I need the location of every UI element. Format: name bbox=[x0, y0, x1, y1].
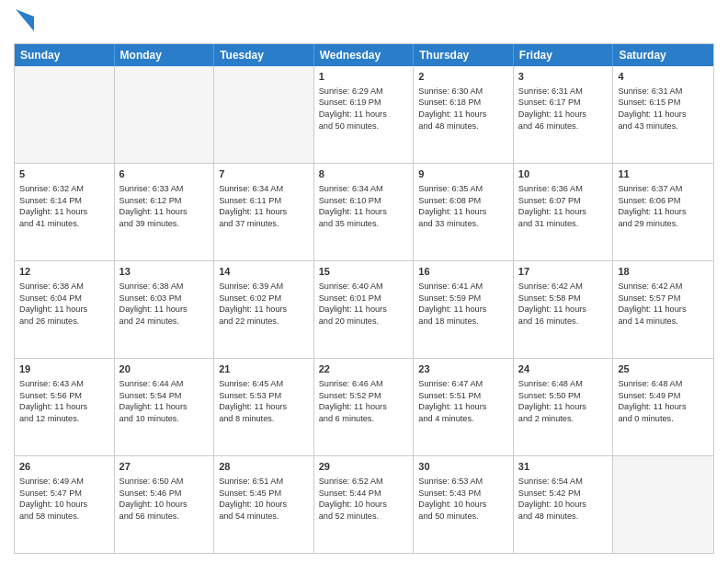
calendar-cell: 2Sunrise: 6:30 AM Sunset: 6:18 PM Daylig… bbox=[414, 66, 514, 163]
calendar-row: 19Sunrise: 6:43 AM Sunset: 5:56 PM Dayli… bbox=[15, 358, 713, 455]
cell-info: Sunrise: 6:34 AM Sunset: 6:10 PM Dayligh… bbox=[319, 184, 387, 228]
cell-info: Sunrise: 6:29 AM Sunset: 6:19 PM Dayligh… bbox=[319, 86, 387, 131]
cell-info: Sunrise: 6:38 AM Sunset: 6:04 PM Dayligh… bbox=[19, 282, 87, 326]
day-number: 15 bbox=[319, 265, 409, 279]
cell-info: Sunrise: 6:39 AM Sunset: 6:02 PM Dayligh… bbox=[219, 282, 287, 326]
calendar-cell: 7Sunrise: 6:34 AM Sunset: 6:11 PM Daylig… bbox=[214, 164, 314, 260]
calendar-header: SundayMondayTuesdayWednesdayThursdayFrid… bbox=[15, 44, 713, 66]
day-number: 17 bbox=[518, 265, 609, 279]
calendar-cell: 17Sunrise: 6:42 AM Sunset: 5:58 PM Dayli… bbox=[514, 261, 614, 358]
day-number: 23 bbox=[418, 362, 508, 376]
calendar-cell: 8Sunrise: 6:34 AM Sunset: 6:10 PM Daylig… bbox=[314, 164, 415, 260]
day-number: 26 bbox=[19, 460, 109, 474]
cell-info: Sunrise: 6:31 AM Sunset: 6:17 PM Dayligh… bbox=[518, 86, 586, 131]
calendar-cell bbox=[15, 66, 115, 163]
calendar-cell: 30Sunrise: 6:53 AM Sunset: 5:43 PM Dayli… bbox=[414, 456, 514, 553]
cell-info: Sunrise: 6:30 AM Sunset: 6:18 PM Dayligh… bbox=[418, 86, 486, 131]
cell-info: Sunrise: 6:32 AM Sunset: 6:14 PM Dayligh… bbox=[19, 184, 87, 228]
day-number: 10 bbox=[518, 167, 609, 181]
cell-info: Sunrise: 6:42 AM Sunset: 5:58 PM Dayligh… bbox=[518, 282, 586, 326]
calendar-row: 12Sunrise: 6:38 AM Sunset: 6:04 PM Dayli… bbox=[15, 260, 713, 358]
day-number: 9 bbox=[418, 167, 508, 181]
cell-info: Sunrise: 6:46 AM Sunset: 5:52 PM Dayligh… bbox=[319, 379, 387, 423]
cell-info: Sunrise: 6:47 AM Sunset: 5:51 PM Dayligh… bbox=[418, 379, 486, 423]
day-number: 14 bbox=[219, 265, 309, 279]
svg-marker-0 bbox=[16, 9, 34, 31]
weekday-header: Monday bbox=[115, 44, 215, 66]
day-number: 20 bbox=[119, 362, 210, 376]
day-number: 5 bbox=[19, 167, 109, 181]
day-number: 27 bbox=[119, 460, 210, 474]
calendar-cell: 25Sunrise: 6:48 AM Sunset: 5:49 PM Dayli… bbox=[613, 359, 713, 455]
calendar-row: 26Sunrise: 6:49 AM Sunset: 5:47 PM Dayli… bbox=[15, 455, 713, 553]
calendar-cell: 13Sunrise: 6:38 AM Sunset: 6:03 PM Dayli… bbox=[115, 261, 215, 358]
day-number: 12 bbox=[19, 265, 109, 279]
day-number: 11 bbox=[618, 167, 709, 181]
calendar-cell: 9Sunrise: 6:35 AM Sunset: 6:08 PM Daylig… bbox=[414, 164, 514, 260]
calendar-cell: 19Sunrise: 6:43 AM Sunset: 5:56 PM Dayli… bbox=[15, 359, 115, 455]
cell-info: Sunrise: 6:34 AM Sunset: 6:11 PM Dayligh… bbox=[219, 184, 287, 228]
cell-info: Sunrise: 6:54 AM Sunset: 5:42 PM Dayligh… bbox=[518, 477, 586, 521]
cell-info: Sunrise: 6:48 AM Sunset: 5:49 PM Dayligh… bbox=[618, 379, 686, 423]
cell-info: Sunrise: 6:52 AM Sunset: 5:44 PM Dayligh… bbox=[319, 477, 387, 521]
calendar-cell: 11Sunrise: 6:37 AM Sunset: 6:06 PM Dayli… bbox=[613, 164, 713, 260]
calendar-cell: 21Sunrise: 6:45 AM Sunset: 5:53 PM Dayli… bbox=[214, 359, 314, 455]
calendar-cell bbox=[613, 456, 713, 553]
calendar-cell: 28Sunrise: 6:51 AM Sunset: 5:45 PM Dayli… bbox=[214, 456, 314, 553]
calendar-cell: 6Sunrise: 6:33 AM Sunset: 6:12 PM Daylig… bbox=[115, 164, 215, 260]
calendar-row: 1Sunrise: 6:29 AM Sunset: 6:19 PM Daylig… bbox=[15, 66, 713, 163]
logo bbox=[14, 9, 34, 36]
day-number: 21 bbox=[219, 362, 309, 376]
calendar-cell: 15Sunrise: 6:40 AM Sunset: 6:01 PM Dayli… bbox=[314, 261, 415, 358]
cell-info: Sunrise: 6:49 AM Sunset: 5:47 PM Dayligh… bbox=[19, 477, 87, 521]
calendar-cell: 3Sunrise: 6:31 AM Sunset: 6:17 PM Daylig… bbox=[514, 66, 614, 163]
day-number: 30 bbox=[418, 460, 508, 474]
calendar-cell: 18Sunrise: 6:42 AM Sunset: 5:57 PM Dayli… bbox=[613, 261, 713, 358]
cell-info: Sunrise: 6:33 AM Sunset: 6:12 PM Dayligh… bbox=[119, 184, 188, 228]
calendar-row: 5Sunrise: 6:32 AM Sunset: 6:14 PM Daylig… bbox=[15, 163, 713, 260]
logo-icon bbox=[16, 9, 34, 31]
day-number: 4 bbox=[618, 70, 709, 84]
cell-info: Sunrise: 6:43 AM Sunset: 5:56 PM Dayligh… bbox=[19, 379, 87, 423]
day-number: 1 bbox=[319, 70, 409, 84]
calendar-cell: 31Sunrise: 6:54 AM Sunset: 5:42 PM Dayli… bbox=[514, 456, 614, 553]
weekday-header: Saturday bbox=[613, 44, 713, 66]
day-number: 7 bbox=[219, 167, 309, 181]
day-number: 18 bbox=[618, 265, 709, 279]
calendar-cell: 26Sunrise: 6:49 AM Sunset: 5:47 PM Dayli… bbox=[15, 456, 115, 553]
day-number: 6 bbox=[119, 167, 210, 181]
cell-info: Sunrise: 6:38 AM Sunset: 6:03 PM Dayligh… bbox=[119, 282, 188, 326]
calendar-cell: 29Sunrise: 6:52 AM Sunset: 5:44 PM Dayli… bbox=[314, 456, 415, 553]
cell-info: Sunrise: 6:35 AM Sunset: 6:08 PM Dayligh… bbox=[418, 184, 486, 228]
cell-info: Sunrise: 6:42 AM Sunset: 5:57 PM Dayligh… bbox=[618, 282, 686, 326]
calendar-cell: 5Sunrise: 6:32 AM Sunset: 6:14 PM Daylig… bbox=[15, 164, 115, 260]
cell-info: Sunrise: 6:37 AM Sunset: 6:06 PM Dayligh… bbox=[618, 184, 686, 228]
cell-info: Sunrise: 6:50 AM Sunset: 5:46 PM Dayligh… bbox=[119, 477, 188, 521]
cell-info: Sunrise: 6:31 AM Sunset: 6:15 PM Dayligh… bbox=[618, 86, 686, 131]
cell-info: Sunrise: 6:41 AM Sunset: 5:59 PM Dayligh… bbox=[418, 282, 486, 326]
logo-text bbox=[14, 9, 34, 36]
cell-info: Sunrise: 6:51 AM Sunset: 5:45 PM Dayligh… bbox=[219, 477, 287, 521]
calendar-cell: 12Sunrise: 6:38 AM Sunset: 6:04 PM Dayli… bbox=[15, 261, 115, 358]
weekday-header: Tuesday bbox=[214, 44, 314, 66]
cell-info: Sunrise: 6:45 AM Sunset: 5:53 PM Dayligh… bbox=[219, 379, 287, 423]
calendar-cell: 1Sunrise: 6:29 AM Sunset: 6:19 PM Daylig… bbox=[314, 66, 415, 163]
calendar-cell: 16Sunrise: 6:41 AM Sunset: 5:59 PM Dayli… bbox=[414, 261, 514, 358]
calendar-body: 1Sunrise: 6:29 AM Sunset: 6:19 PM Daylig… bbox=[15, 66, 713, 553]
day-number: 22 bbox=[319, 362, 409, 376]
calendar-cell: 23Sunrise: 6:47 AM Sunset: 5:51 PM Dayli… bbox=[414, 359, 514, 455]
calendar-cell bbox=[115, 66, 215, 163]
weekday-header: Wednesday bbox=[314, 44, 415, 66]
day-number: 19 bbox=[19, 362, 109, 376]
day-number: 28 bbox=[219, 460, 309, 474]
calendar-cell: 10Sunrise: 6:36 AM Sunset: 6:07 PM Dayli… bbox=[514, 164, 614, 260]
day-number: 2 bbox=[418, 70, 508, 84]
cell-info: Sunrise: 6:44 AM Sunset: 5:54 PM Dayligh… bbox=[119, 379, 188, 423]
calendar-cell: 4Sunrise: 6:31 AM Sunset: 6:15 PM Daylig… bbox=[613, 66, 713, 163]
day-number: 24 bbox=[518, 362, 609, 376]
header bbox=[14, 9, 714, 36]
page: SundayMondayTuesdayWednesdayThursdayFrid… bbox=[0, 0, 728, 563]
weekday-header: Sunday bbox=[15, 44, 115, 66]
calendar-cell: 20Sunrise: 6:44 AM Sunset: 5:54 PM Dayli… bbox=[115, 359, 215, 455]
cell-info: Sunrise: 6:36 AM Sunset: 6:07 PM Dayligh… bbox=[518, 184, 586, 228]
